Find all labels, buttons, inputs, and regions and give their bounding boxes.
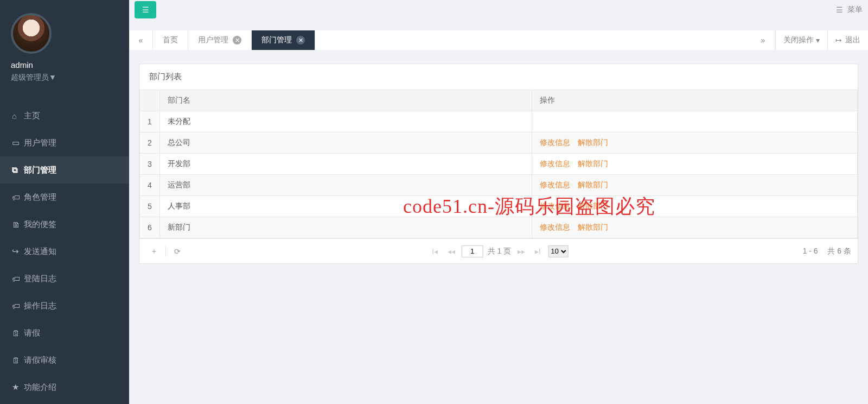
op-link[interactable]: 修改信息 [540, 159, 570, 168]
nav-label: 部门管理 [24, 165, 56, 175]
nav-icon: 🗓 [12, 356, 24, 365]
op-link[interactable]: 修改信息 [540, 180, 570, 189]
nav-item-6[interactable]: 🏷登陆日志 [0, 265, 129, 292]
page-input[interactable] [462, 245, 483, 257]
nav-item-1[interactable]: ▭用户管理 [0, 129, 129, 156]
nav-icon: 🗓 [12, 329, 24, 338]
nav-label: 请假审核 [24, 355, 56, 365]
nav-label: 发送通知 [24, 247, 56, 257]
nav-icon: 🏷 [12, 193, 24, 202]
prev-page-button[interactable]: ◂◂ [445, 247, 457, 256]
close-operations-dropdown[interactable]: 关闭操作 ▾ [775, 30, 828, 50]
cell-name: 人事部 [159, 196, 532, 217]
cell-index: 1 [140, 111, 160, 132]
tab-1[interactable]: 用户管理✕ [188, 30, 252, 50]
cell-index: 5 [140, 196, 160, 217]
username: admin [11, 60, 118, 70]
refresh-button[interactable]: ⟳ [169, 247, 186, 256]
close-tab-icon[interactable]: ✕ [296, 36, 305, 45]
nav-item-0[interactable]: ⌂主页 [0, 102, 129, 129]
nav-item-10[interactable]: ★功能介绍 [0, 374, 129, 401]
next-page-button[interactable]: ▸▸ [515, 247, 527, 256]
nav-item-7[interactable]: 🏷操作日志 [0, 292, 129, 319]
logout-button[interactable]: ↦ 退出 [828, 30, 868, 50]
panel-title: 部门列表 [139, 64, 858, 90]
nav-item-9[interactable]: 🗓请假审核 [0, 346, 129, 374]
nav-item-4[interactable]: 🗎我的便签 [0, 211, 129, 238]
cell-ops: 修改信息解散部门 [532, 217, 858, 238]
user-panel: admin 超级管理员▼ [0, 0, 129, 91]
nav-icon: 🗎 [12, 220, 24, 229]
cell-ops: 修改信息解散部门 [532, 154, 858, 175]
list-icon: ☰ [836, 5, 843, 14]
nav: ⌂主页▭用户管理⧉部门管理🏷角色管理🗎我的便签↪发送通知🏷登陆日志🏷操作日志🗓请… [0, 102, 129, 401]
nav-icon: ▭ [12, 138, 24, 148]
tab-label: 部门管理 [261, 35, 292, 45]
nav-item-3[interactable]: 🏷角色管理 [0, 184, 129, 211]
user-role-dropdown[interactable]: 超级管理员▼ [11, 73, 118, 83]
page-size-select[interactable]: 10 [548, 245, 568, 257]
avatar [11, 13, 52, 54]
cell-ops: 修改信息解散部门 [532, 196, 858, 217]
logout-label: 退出 [845, 35, 860, 45]
record-total: 共 6 条 [827, 247, 851, 256]
nav-item-5[interactable]: ↪发送通知 [0, 238, 129, 265]
sign-out-icon: ↦ [835, 36, 842, 45]
nav-item-2[interactable]: ⧉部门管理 [0, 156, 129, 184]
nav-label: 我的便签 [24, 219, 56, 230]
tabs-scroll-right-button[interactable]: » [751, 30, 775, 50]
cell-name: 新部门 [159, 217, 532, 238]
op-link[interactable]: 修改信息 [540, 138, 570, 147]
pager: ＋ ⟳ I◂ ◂◂ 共 1 页 ▸▸ ▸I 10 1 - 6 共 6 条 [139, 238, 858, 263]
op-link[interactable]: 修改信息 [540, 223, 570, 231]
tab-0[interactable]: 首页 [153, 30, 188, 50]
add-row-button[interactable]: ＋ [146, 247, 162, 256]
department-table: 部门名 操作 1未分配2总公司修改信息解散部门3开发部修改信息解散部门4运营部修… [139, 90, 858, 238]
topbar: ☰ ☰ 菜单 [129, 0, 868, 20]
panel: 部门列表 部门名 操作 1未分配2总公司修改信息解散部门3开发部修改信息解散部门… [139, 64, 858, 264]
th-index [140, 90, 160, 111]
table-row[interactable]: 6新部门修改信息解散部门 [140, 217, 858, 238]
nav-icon: ⌂ [12, 111, 24, 121]
tabs-container: 首页用户管理✕部门管理✕ [153, 30, 315, 50]
table-row[interactable]: 2总公司修改信息解散部门 [140, 132, 858, 154]
tab-2[interactable]: 部门管理✕ [252, 30, 315, 50]
tabs-scroll-left-button[interactable]: « [129, 30, 153, 50]
op-link[interactable]: 解散部门 [578, 159, 608, 168]
menu-link[interactable]: 菜单 [847, 5, 863, 15]
th-ops[interactable]: 操作 [532, 90, 858, 111]
cell-name: 运营部 [159, 175, 532, 196]
op-link[interactable]: 解散部门 [578, 180, 608, 189]
nav-icon: ★ [12, 382, 24, 392]
tab-label: 首页 [163, 35, 178, 45]
pager-center: I◂ ◂◂ 共 1 页 ▸▸ ▸I 10 [429, 245, 569, 257]
op-link[interactable]: 解散部门 [578, 223, 608, 231]
last-page-button[interactable]: ▸I [532, 247, 544, 256]
tab-label: 用户管理 [198, 35, 228, 45]
table-row[interactable]: 3开发部修改信息解散部门 [140, 154, 858, 175]
nav-item-8[interactable]: 🗓请假 [0, 319, 129, 346]
nav-label: 功能介绍 [24, 382, 56, 393]
op-link[interactable]: 解散部门 [578, 201, 608, 210]
first-page-button[interactable]: I◂ [429, 247, 441, 256]
table-row[interactable]: 5人事部修改信息解散部门 [140, 196, 858, 217]
nav-label: 请假 [24, 328, 40, 338]
table-row[interactable]: 4运营部修改信息解散部门 [140, 175, 858, 196]
record-range: 1 - 6 [802, 247, 818, 256]
nav-label: 用户管理 [24, 138, 56, 148]
op-link[interactable]: 解散部门 [578, 138, 608, 147]
tab-strip: « 首页用户管理✕部门管理✕ » 关闭操作 ▾ ↦ 退出 [129, 30, 868, 50]
nav-icon: 🏷 [12, 301, 24, 311]
nav-label: 角色管理 [24, 192, 56, 203]
th-name[interactable]: 部门名 [159, 90, 532, 111]
nav-icon: ⧉ [12, 165, 24, 175]
nav-icon: ↪ [12, 247, 24, 256]
toggle-sidebar-button[interactable]: ☰ [135, 1, 156, 18]
double-chevron-right-icon: » [761, 36, 765, 45]
table-row[interactable]: 1未分配 [140, 111, 858, 132]
topbar-right: ☰ 菜单 [836, 5, 863, 15]
cell-ops [532, 111, 858, 132]
close-tab-icon[interactable]: ✕ [233, 36, 241, 45]
op-link[interactable]: 修改信息 [540, 201, 570, 210]
cell-index: 2 [140, 132, 160, 154]
